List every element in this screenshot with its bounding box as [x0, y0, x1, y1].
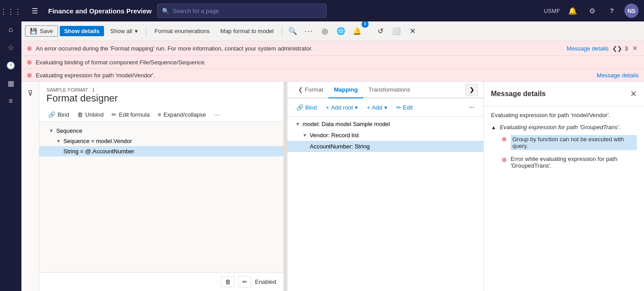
edit-model-button[interactable]: ✏ Edit — [393, 102, 416, 113]
model-chain-icon: 🔗 — [296, 104, 303, 111]
add-button[interactable]: + Add ▾ — [363, 102, 391, 113]
format-enumerations-button[interactable]: Format enumerations — [150, 26, 214, 36]
message-error-1: ⊗ Group by function can not be executed … — [491, 133, 637, 152]
edit-bottom-button[interactable]: ✏ — [238, 276, 251, 287]
message-details-link-3[interactable]: Message details — [597, 72, 639, 79]
mapping-tabs: ❮ Format Mapping Transformations ❯ — [287, 82, 483, 98]
message-details-link-1[interactable]: Message details — [567, 45, 609, 52]
error-bar-3: ⊗ Evaluating expression for path 'model/… — [21, 69, 644, 81]
message-group-title: Evaluating expression for path 'GroupedT… — [500, 124, 620, 131]
chevron-down-icon: ▾ — [135, 28, 138, 34]
bind-button[interactable]: 🔗 Bind — [45, 110, 73, 120]
close-error-button[interactable]: ✕ — [632, 44, 639, 53]
bell-icon[interactable]: 🔔 — [565, 4, 580, 18]
globe-icon[interactable]: 🌐 — [334, 24, 348, 38]
sidebar-apps-icon[interactable]: ⋮⋮⋮ — [3, 4, 19, 20]
show-all-button[interactable]: Show all ▾ — [106, 26, 142, 36]
navbar: ☰ Finance and Operations Preview 🔍 USMF … — [21, 0, 644, 21]
edit-formula-button[interactable]: ✏ Edit formula — [108, 110, 153, 120]
tree-arrow-2: ▼ — [56, 139, 61, 143]
expand-icon: ≡ — [158, 111, 162, 118]
error-icon-1: ⊗ — [27, 45, 32, 52]
group-expand-button[interactable]: ▲ — [491, 124, 496, 131]
tree-arrow-1: ▼ — [49, 128, 54, 133]
pencil-formula-icon: ✏ — [112, 111, 116, 118]
content-area: 💾 Save Show details Show all ▾ Format en… — [21, 21, 644, 291]
tab-transformations[interactable]: Transformations — [363, 82, 415, 97]
help-icon[interactable]: ? — [605, 4, 619, 18]
toolbar-divider-1 — [146, 26, 146, 37]
user-avatar[interactable]: NS — [624, 4, 639, 18]
delete-icon: 🗑 — [225, 278, 231, 285]
delete-bottom-button[interactable]: 🗑 — [221, 276, 235, 287]
format-tree: ▼ Sequence ▼ Sequence = model.Vendor Str… — [39, 122, 283, 272]
edit-pencil-icon: ✏ — [396, 104, 401, 111]
message-error-text-2: Error while evaluating expression for pa… — [511, 156, 637, 169]
map-format-button[interactable]: Map format to model — [216, 26, 278, 36]
chevron-count-icon: ❮❯ — [612, 45, 622, 52]
search-toolbar-icon[interactable]: 🔍 — [286, 24, 300, 38]
message-summary: Evaluating expression for path 'model/Ve… — [491, 112, 637, 118]
main-area: ☰ Finance and Operations Preview 🔍 USMF … — [21, 0, 644, 291]
error-count: ❮❯ 3 — [612, 45, 628, 52]
target-icon[interactable]: ◎ — [318, 24, 332, 38]
message-details-panel: Message details ✕ Evaluating expression … — [483, 82, 644, 291]
tab-mapping[interactable]: Mapping — [328, 82, 363, 98]
close-icon[interactable]: ✕ — [405, 24, 420, 38]
model-arrow-1: ▼ — [295, 122, 300, 127]
hamburger-icon[interactable]: ☰ — [27, 3, 43, 19]
notification-badge: 0 — [361, 21, 369, 28]
sidebar-home-icon[interactable]: ⌂ — [3, 21, 19, 38]
add-icon: + — [367, 104, 370, 111]
model-item-account[interactable]: AccountNumber: String — [287, 141, 483, 152]
model-bind-button[interactable]: 🔗 Bind — [293, 102, 320, 113]
add-root-button[interactable]: + Add root ▾ — [322, 102, 361, 113]
model-item-root[interactable]: ▼ model: Data model Sample model — [287, 118, 483, 130]
toolbar-divider-2 — [282, 26, 282, 37]
tree-item-string-account[interactable]: String = @.AccountNumber — [39, 146, 283, 156]
show-details-button[interactable]: Show details — [60, 26, 104, 36]
error-text-2: Evaluating binding of format component F… — [36, 59, 639, 66]
status-label: Enabled — [255, 278, 276, 285]
search-input[interactable] — [173, 8, 322, 14]
tab-format[interactable]: ❮ Format — [293, 82, 328, 97]
model-tree: ▼ model: Data model Sample model ▼ Vendo… — [287, 117, 483, 291]
sidebar-workspaces-icon[interactable]: ▦ — [3, 75, 19, 91]
save-icon: 💾 — [30, 28, 37, 34]
model-arrow-2: ▼ — [303, 133, 307, 138]
more-options-icon[interactable]: ··· — [302, 24, 316, 38]
expand-collapse-button[interactable]: ≡ Expand/collapse — [154, 110, 210, 120]
more-designer-options[interactable]: ··· — [211, 110, 224, 120]
unbind-button[interactable]: 🗑 Unbind — [74, 110, 107, 120]
model-toolbar: 🔗 Bind + Add root ▾ + Add ▾ ✏ — [287, 98, 483, 117]
designer-sample: SAMPLE FORMAT : 1 — [46, 87, 276, 93]
sidebar-modules-icon[interactable]: ≡ — [3, 93, 19, 109]
panel-splitter[interactable] — [283, 82, 287, 291]
error-bar-1: ⊗ An error occurred during the 'Format m… — [21, 41, 644, 56]
left-sidebar: ⋮⋮⋮ ⌂ ☆ 🕐 ▦ ≡ — [0, 0, 21, 291]
tree-item-sequence[interactable]: ▼ Sequence — [39, 126, 283, 136]
toolbar: 💾 Save Show details Show all ▾ Format en… — [21, 21, 644, 41]
sidebar-history-icon[interactable]: 🕐 — [3, 57, 19, 73]
message-panel-header: Message details ✕ — [484, 82, 644, 106]
close-message-panel-button[interactable]: ✕ — [630, 89, 637, 99]
tree-item-sequence-vendor[interactable]: ▼ Sequence = model.Vendor — [39, 136, 283, 146]
save-button[interactable]: 💾 Save — [25, 25, 58, 37]
designer-area: ⊽ SAMPLE FORMAT : 1 Format designer 🔗 Bi… — [21, 82, 644, 291]
delete-chain-icon: 🗑 — [77, 111, 83, 118]
user-label: USMF — [544, 8, 560, 14]
refresh-icon[interactable]: ↺ — [373, 24, 387, 38]
search-icon: 🔍 — [162, 8, 169, 14]
model-more-options[interactable]: ··· — [465, 101, 478, 114]
msg-error-icon-2: ⊗ — [502, 156, 507, 163]
filter-icon[interactable]: ⊽ — [28, 89, 33, 97]
model-item-vendor[interactable]: ▼ Vendor: Record list — [287, 130, 483, 141]
add-root-arrow: ▾ — [355, 104, 358, 111]
tab-next-button[interactable]: ❯ — [465, 84, 478, 96]
sidebar-favorites-icon[interactable]: ☆ — [3, 39, 19, 55]
add-arrow: ▾ — [384, 104, 387, 111]
search-bar[interactable]: 🔍 — [157, 4, 327, 18]
expand-window-icon[interactable]: ⬜ — [389, 24, 403, 38]
settings-icon[interactable]: ⚙ — [585, 4, 599, 18]
message-error-2: ⊗ Error while evaluating expression for … — [491, 154, 637, 171]
